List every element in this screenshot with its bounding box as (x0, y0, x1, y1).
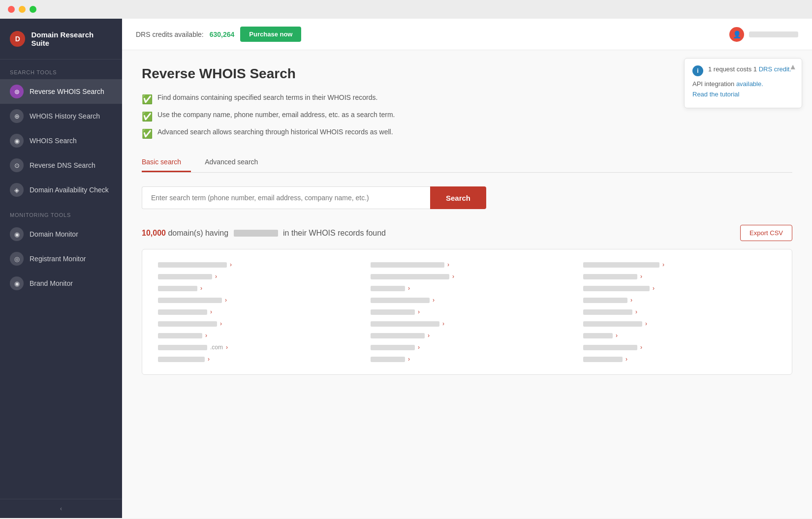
result-row: › (583, 332, 776, 339)
result-tld: .com (210, 344, 223, 351)
sidebar-item-domain-availability[interactable]: ◈ Domain Availability Check (0, 178, 122, 202)
sidebar-item-reverse-dns[interactable]: ⊙ Reverse DNS Search (0, 153, 122, 178)
result-row: › (158, 285, 351, 292)
result-arrow-icon: › (428, 332, 430, 339)
result-arrow-icon: › (653, 285, 655, 292)
sidebar-item-whois-history[interactable]: ⊕ WHOIS History Search (0, 104, 122, 128)
result-domain-text (371, 345, 415, 350)
result-row: › (583, 344, 776, 351)
result-domain-text (583, 333, 613, 338)
result-domain-text (158, 262, 227, 268)
export-csv-button[interactable]: Export CSV (740, 225, 792, 241)
maximize-button[interactable] (30, 6, 36, 13)
tooltip-close-button[interactable]: ▲ (789, 62, 797, 71)
result-arrow-icon: › (230, 261, 232, 268)
result-domain-text (583, 357, 623, 362)
sidebar-item-label: Domain Monitor (30, 230, 78, 238)
result-row: › (158, 273, 351, 280)
result-arrow-icon: › (442, 320, 444, 327)
header-credits: DRS credits available: 630,264 Purchase … (136, 27, 301, 42)
result-arrow-icon: › (645, 320, 647, 327)
sidebar-item-whois-search[interactable]: ◉ WHOIS Search (0, 128, 122, 153)
check-icon-3: ✅ (142, 128, 153, 139)
main-content: DRS credits available: 630,264 Purchase … (122, 19, 812, 518)
tooltip-line1: 1 request costs 1 DRS credit. (708, 65, 791, 73)
result-arrow-icon: › (433, 297, 435, 304)
window-chrome (0, 0, 812, 19)
close-button[interactable] (8, 6, 15, 13)
check-icon-2: ✅ (142, 111, 153, 122)
monitoring-tools-label: Monitoring tools (0, 202, 122, 222)
result-row: › (158, 356, 351, 363)
result-domain-text (371, 321, 439, 327)
search-input[interactable] (142, 186, 430, 209)
result-domain-text (583, 274, 637, 279)
result-domain-text (371, 274, 449, 279)
search-button[interactable]: Search (430, 186, 486, 209)
domain-monitor-icon: ◉ (10, 227, 24, 241)
results-header: 10,000 domain(s) having in their WHOIS r… (142, 225, 792, 241)
tab-basic-search[interactable]: Basic search (142, 153, 191, 172)
sidebar-item-brand-monitor[interactable]: ◉ Brand Monitor (0, 271, 122, 296)
results-grid-container: › › › › (142, 249, 792, 375)
sidebar-item-label: Reverse DNS Search (30, 161, 95, 169)
result-arrow-icon: › (226, 344, 228, 351)
feature-text-1: Find domains containing specified search… (157, 93, 377, 101)
drs-credit-link[interactable]: DRS credit. (759, 65, 791, 73)
result-domain-text (583, 321, 642, 327)
tooltip-header: i 1 request costs 1 DRS credit. (692, 65, 794, 76)
feature-text-3: Advanced search allows searching through… (157, 128, 393, 136)
result-row: › (583, 285, 776, 292)
result-domain-text (371, 309, 415, 315)
logo-icon: D (10, 31, 25, 47)
tab-advanced-search[interactable]: Advanced search (205, 153, 268, 172)
result-row: › (371, 356, 563, 363)
minimize-button[interactable] (19, 6, 26, 13)
reverse-whois-icon: ⊛ (10, 85, 24, 98)
sidebar-item-label: Registrant Monitor (30, 255, 86, 263)
user-avatar: 👤 (729, 27, 744, 42)
brand-monitor-icon: ◉ (10, 276, 24, 290)
result-arrow-icon: › (640, 344, 642, 351)
sidebar-item-reverse-whois[interactable]: ⊛ Reverse WHOIS Search (0, 79, 122, 104)
result-arrow-icon: › (640, 273, 642, 280)
whois-history-icon: ⊕ (10, 109, 24, 123)
header: DRS credits available: 630,264 Purchase … (122, 19, 812, 50)
result-arrow-icon: › (418, 344, 420, 351)
sidebar-collapse-button[interactable]: ‹ (0, 499, 122, 518)
sidebar-item-domain-monitor[interactable]: ◉ Domain Monitor (0, 222, 122, 246)
search-container: Search (142, 186, 486, 209)
result-arrow-icon: › (408, 356, 410, 363)
result-row: › (371, 332, 563, 339)
header-user: 👤 (729, 27, 798, 42)
result-domain-text (583, 262, 659, 268)
result-row: › (371, 297, 563, 304)
result-row: › (371, 344, 563, 351)
tooltip-tutorial-row: Read the tutorial (692, 91, 794, 98)
result-domain-text (371, 333, 425, 338)
result-domain-text (158, 286, 197, 291)
sidebar-app-name: Domain Research Suite (31, 31, 112, 47)
sidebar-item-registrant-monitor[interactable]: ◎ Registrant Monitor (0, 246, 122, 271)
result-domain-text (158, 309, 207, 315)
results-column-1: › › › › (158, 261, 351, 363)
domain-availability-icon: ◈ (10, 183, 24, 197)
results-count: 10,000 domain(s) having in their WHOIS r… (142, 229, 386, 238)
info-tooltip-card: ▲ i 1 request costs 1 DRS credit. API in… (684, 58, 802, 108)
credits-label: DRS credits available: (136, 31, 204, 38)
api-available-link[interactable]: available. (736, 80, 763, 88)
result-row: › (583, 320, 776, 327)
content-area: ▲ i 1 request costs 1 DRS credit. API in… (122, 50, 812, 518)
result-arrow-icon: › (452, 273, 454, 280)
result-arrow-icon: › (220, 320, 222, 327)
result-row: › (158, 297, 351, 304)
purchase-now-button[interactable]: Purchase now (240, 27, 301, 42)
result-row: › (371, 308, 563, 315)
results-grid: › › › › (158, 261, 776, 363)
search-tools-label: Search tools (0, 60, 122, 79)
read-tutorial-link[interactable]: Read the tutorial (692, 91, 739, 98)
results-suffix: domain(s) having (168, 229, 228, 237)
result-arrow-icon: › (662, 261, 664, 268)
result-arrow-icon: › (635, 308, 637, 315)
result-row: › (371, 273, 563, 280)
